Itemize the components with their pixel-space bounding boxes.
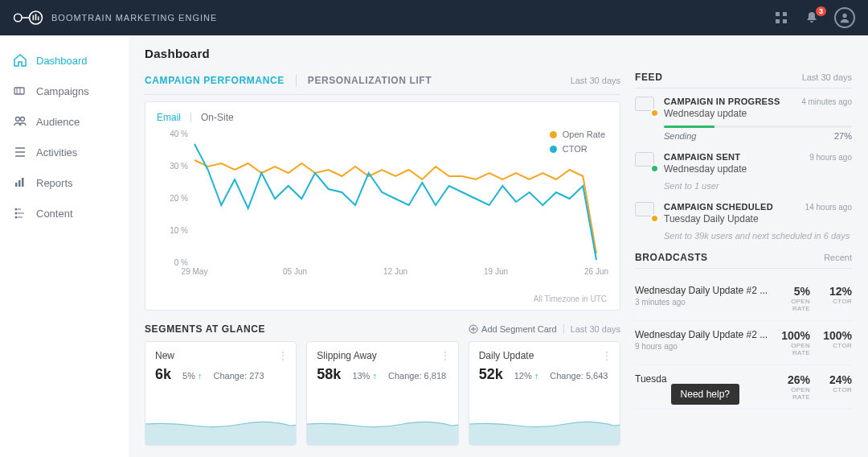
broadcasts-title: BROADCASTS — [635, 252, 708, 263]
svg-text:12 Jun: 12 Jun — [383, 267, 407, 276]
progress-bar — [664, 126, 852, 128]
svg-rect-9 — [783, 19, 787, 23]
segment-value: 6k — [155, 366, 171, 383]
svg-text:05 Jun: 05 Jun — [283, 267, 307, 276]
nav-label: Content — [36, 208, 73, 220]
performance-range: Last 30 days — [571, 76, 620, 85]
svg-rect-5 — [38, 16, 39, 20]
svg-rect-7 — [783, 12, 787, 16]
feed-campaign-name: Tuesday Daily Update — [664, 213, 852, 224]
segment-value: 52k — [479, 366, 503, 383]
svg-text:40 %: 40 % — [170, 130, 188, 138]
notifications-icon[interactable]: 3 — [804, 10, 820, 26]
people-icon — [13, 114, 27, 129]
svg-text:26 Jun: 26 Jun — [584, 267, 608, 276]
sidebar-item-reports[interactable]: Reports — [0, 167, 129, 198]
svg-rect-19 — [15, 183, 18, 187]
segment-name: Daily Update — [479, 350, 610, 361]
svg-text:10 %: 10 % — [170, 226, 188, 235]
svg-text:29 May: 29 May — [182, 267, 208, 276]
broadcast-time: 3 minutes ago — [635, 298, 768, 307]
segment-card[interactable]: New⋮6k5% ↑Change: 273 — [145, 341, 297, 446]
help-button[interactable]: Need help? — [671, 384, 739, 405]
svg-text:0 %: 0 % — [174, 258, 188, 267]
feed-item[interactable]: CAMPAIGN SENT9 hours agoWednesday update… — [635, 152, 852, 191]
broadcast-item[interactable]: Wednesday Daily Update #2 ...9 hours ago… — [635, 321, 852, 365]
up-arrow-icon: ↑ — [372, 371, 377, 381]
home-icon — [13, 53, 27, 68]
sidebar-item-dashboard[interactable]: Dashboard — [0, 45, 129, 76]
nav-label: Reports — [36, 177, 73, 189]
tab-personalization-lift[interactable]: PERSONALIZATION LIFT — [308, 72, 432, 89]
up-arrow-icon: ↑ — [534, 371, 539, 381]
sidebar-item-activities[interactable]: Activities — [0, 137, 129, 167]
feed-range: Last 30 days — [802, 72, 852, 82]
broadcast-name: Tuesda — [635, 373, 768, 385]
feed-campaign-name: Wednesday update — [664, 163, 852, 175]
segment-menu-icon[interactable]: ⋮ — [602, 350, 612, 361]
feed-item[interactable]: CAMPAIGN SCHEDULED14 hours agoTuesday Da… — [635, 202, 852, 241]
broadcast-item[interactable]: Wednesday Daily Update #2 ...3 minutes a… — [635, 277, 852, 321]
svg-point-22 — [15, 208, 18, 211]
svg-text:19 Jun: 19 Jun — [484, 267, 508, 276]
feed-subtext: Sent to 39k users and next scheduled in … — [664, 231, 852, 241]
svg-point-10 — [842, 14, 846, 18]
segment-menu-icon[interactable]: ⋮ — [278, 350, 288, 361]
feed-time: 9 hours ago — [809, 153, 852, 162]
legend-item: CTOR — [550, 144, 605, 154]
performance-header: CAMPAIGN PERFORMANCEPERSONALIZATION LIFT… — [145, 72, 620, 95]
segment-card[interactable]: Daily Update⋮52k12% ↑Change: 5,643 — [469, 341, 620, 446]
nav-label: Campaigns — [36, 85, 89, 97]
feed-status: CAMPAIGN IN PROGRESS — [664, 97, 780, 106]
sidebar-item-campaigns[interactable]: Campaigns — [0, 76, 129, 106]
timezone-note: All Timezone in UTC — [534, 294, 607, 303]
brand-text: BOOMTRAIN MARKETING ENGINE — [51, 13, 217, 23]
segments-range: Last 30 days — [571, 324, 620, 334]
feed-subtext: Sent to 1 user — [664, 181, 852, 191]
segment-name: Slipping Away — [317, 350, 448, 361]
list-icon — [13, 145, 27, 159]
feed-item[interactable]: CAMPAIGN IN PROGRESS4 minutes agoWednesd… — [635, 97, 852, 141]
sidebar-item-content[interactable]: Content — [0, 198, 129, 228]
broadcast-item[interactable]: Tuesda26%OPEN RATE24%CTOR — [635, 365, 852, 410]
notification-badge: 3 — [816, 6, 826, 16]
svg-point-14 — [16, 117, 20, 121]
megaphone-icon — [13, 84, 27, 98]
subtab-email[interactable]: Email — [157, 112, 181, 123]
svg-text:30 %: 30 % — [170, 162, 188, 171]
brand-logo[interactable]: BOOMTRAIN MARKETING ENGINE — [13, 8, 217, 27]
sidebar: DashboardCampaignsAudienceActivitiesRepo… — [0, 35, 129, 457]
feed-title: FEED — [635, 72, 662, 83]
feed-campaign-name: Wednesday update — [664, 108, 852, 119]
performance-chart-card: EmailOn-Site Open RateCTOR 0 %10 %20 %30… — [145, 101, 620, 311]
svg-rect-20 — [18, 180, 21, 187]
envelope-icon — [635, 202, 656, 220]
broadcasts-range: Recent — [824, 253, 852, 262]
segment-name: New — [155, 350, 286, 361]
svg-point-0 — [14, 14, 22, 22]
add-segment-button[interactable]: Add Segment Card — [469, 324, 557, 334]
feed-time: 14 hours ago — [805, 203, 852, 212]
tab-campaign-performance[interactable]: CAMPAIGN PERFORMANCE — [145, 72, 285, 89]
svg-rect-11 — [14, 88, 24, 94]
svg-point-23 — [15, 212, 18, 215]
svg-rect-4 — [35, 14, 37, 20]
segment-menu-icon[interactable]: ⋮ — [440, 350, 450, 361]
nav-label: Dashboard — [36, 55, 88, 67]
sidebar-item-audience[interactable]: Audience — [0, 106, 129, 137]
apps-icon[interactable] — [773, 10, 789, 26]
svg-point-24 — [15, 216, 18, 219]
feed-time: 4 minutes ago — [801, 97, 852, 106]
logo-icon — [13, 8, 43, 27]
subtab-on-site[interactable]: On-Site — [201, 112, 234, 123]
segment-card[interactable]: Slipping Away⋮58k13% ↑Change: 6,818 — [306, 341, 458, 446]
svg-point-15 — [21, 117, 25, 121]
tree-icon — [13, 206, 27, 220]
broadcast-time: 9 hours ago — [635, 342, 768, 351]
nav-label: Audience — [36, 116, 80, 128]
svg-text:20 %: 20 % — [170, 194, 188, 203]
nav-label: Activities — [36, 146, 77, 159]
user-avatar[interactable] — [834, 7, 855, 28]
legend-item: Open Rate — [550, 130, 605, 139]
svg-rect-3 — [33, 15, 35, 20]
